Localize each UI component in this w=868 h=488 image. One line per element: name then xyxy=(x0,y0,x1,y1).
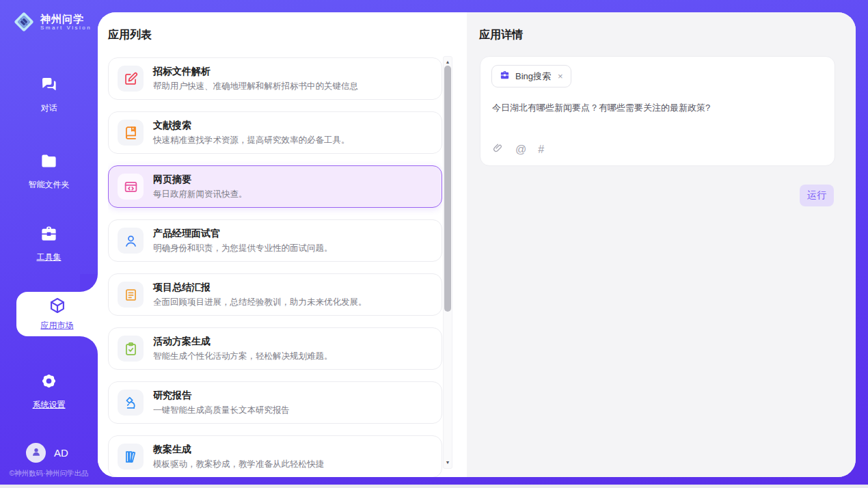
app-card-web-summary-selected[interactable]: 网页摘要 每日政府新闻资讯快查。 xyxy=(108,165,442,208)
active-tab-curve-top xyxy=(80,274,98,292)
sidebar: 神州问学 Smart Vision 对话 智能文件夹 工具集 应用市场 系统设置 xyxy=(0,0,98,485)
app-card-title: 教案生成 xyxy=(153,444,324,456)
app-detail-title: 应用详情 xyxy=(479,28,523,42)
user-initials: AD xyxy=(54,447,68,459)
sidebar-item-chat[interactable]: 对话 xyxy=(0,75,98,114)
folder-icon xyxy=(40,152,58,173)
tool-tag-label: Bing搜索 xyxy=(515,70,551,83)
app-card-description: 快速精准查找学术资源，提高研究效率的必备工具。 xyxy=(153,135,350,146)
sidebar-item-label: 工具集 xyxy=(37,252,62,263)
toolbox-icon xyxy=(40,224,58,245)
app-card-bid-document-parsing[interactable]: 招标文件解析 帮助用户快速、准确地理解和解析招标书中的关键信息 xyxy=(108,57,442,100)
query-text-input[interactable]: 今日湖北有哪些新闻要点？有哪些需要关注的最新政策? xyxy=(492,102,820,114)
cube-icon xyxy=(49,297,66,317)
sidebar-item-toolset[interactable]: 工具集 xyxy=(0,224,98,263)
app-window: 神州问学 Smart Vision 对话 智能文件夹 工具集 应用市场 系统设置 xyxy=(0,0,868,488)
sidebar-item-label: 系统设置 xyxy=(33,399,66,411)
app-card-project-summary[interactable]: 项目总结汇报 全面回顾项目进展，总结经验教训，助力未来优化发展。 xyxy=(108,273,442,316)
book-icon xyxy=(118,120,144,146)
app-card-pm-interviewer[interactable]: 产品经理面试官 明确身份和职责，为您提供专业性的面试问题。 xyxy=(108,219,442,262)
gear-icon xyxy=(40,372,58,393)
sidebar-item-label: 智能文件夹 xyxy=(29,179,70,191)
app-card-description: 帮助用户快速、准确地理解和解析招标书中的关键信息 xyxy=(153,81,358,92)
scroll-down-button[interactable]: ▼ xyxy=(444,459,452,467)
report-note-icon xyxy=(118,282,144,308)
browser-code-icon xyxy=(118,174,144,200)
app-card-literature-search[interactable]: 文献搜索 快速精准查找学术资源，提高研究效率的必备工具。 xyxy=(108,111,442,154)
sidebar-item-label: 应用市场 xyxy=(41,320,74,331)
app-list-title: 应用列表 xyxy=(108,28,152,42)
avatar xyxy=(26,443,46,463)
app-detail-panel: 应用详情 Bing搜索 × 今日湖北有哪些新闻要点？有哪些需要关注的最新政策? … xyxy=(467,12,856,477)
close-icon[interactable]: × xyxy=(556,72,563,81)
tool-tag-bing-search[interactable]: Bing搜索 × xyxy=(491,65,571,87)
app-card-description: 全面回顾项目进展，总结经验教训，助力未来优化发展。 xyxy=(153,297,367,308)
interviewer-icon xyxy=(118,228,144,254)
hash-tag-icon[interactable]: # xyxy=(538,144,544,156)
diamond-logo-icon xyxy=(12,10,36,33)
app-card-title: 产品经理面试官 xyxy=(153,228,333,240)
app-card-title: 活动方案生成 xyxy=(153,336,333,348)
app-list-panel: 应用列表 招标文件解析 帮助用户快速、准确地理解和解析招标书中的关键信息 文献搜… xyxy=(98,12,467,477)
paperclip-icon[interactable] xyxy=(492,142,504,157)
app-card-title: 项目总结汇报 xyxy=(153,282,367,294)
scroll-thumb[interactable] xyxy=(444,66,451,312)
clipboard-check-icon xyxy=(118,336,144,362)
app-card-title: 文献搜索 xyxy=(153,120,350,132)
prompt-card: Bing搜索 × 今日湖北有哪些新闻要点？有哪些需要关注的最新政策? @ # xyxy=(480,56,835,166)
input-toolbar: @ # xyxy=(492,142,544,157)
page-bottom-edge xyxy=(0,485,868,488)
briefcase-icon xyxy=(500,70,510,83)
app-card-description: 每日政府新闻资讯快查。 xyxy=(153,189,247,200)
app-card-title: 网页摘要 xyxy=(153,174,247,186)
sidebar-item-app-market[interactable]: 应用市场 xyxy=(16,292,98,336)
sidebar-item-smart-folders[interactable]: 智能文件夹 xyxy=(0,152,98,191)
app-card-list: 招标文件解析 帮助用户快速、准确地理解和解析招标书中的关键信息 文献搜索 快速精… xyxy=(108,57,442,477)
active-tab-curve-bottom xyxy=(80,336,98,354)
app-card-description: 明确身份和职责，为您提供专业性的面试问题。 xyxy=(153,243,333,254)
brand-name: 神州问学 xyxy=(40,13,92,25)
run-button[interactable]: 运行 xyxy=(800,185,834,206)
brand-logo: 神州问学 Smart Vision xyxy=(12,10,92,33)
microscope-icon xyxy=(118,390,144,416)
copyright-text: ©神州数码·神州问学出品 xyxy=(0,469,98,478)
app-card-title: 招标文件解析 xyxy=(153,66,358,78)
app-card-description: 模板驱动，教案秒成，教学准备从此轻松快捷 xyxy=(153,459,324,470)
app-card-research-report[interactable]: 研究报告 一键智能生成高质量长文本研究报告 xyxy=(108,381,442,424)
app-card-title: 研究报告 xyxy=(153,390,290,402)
brand-text: 神州问学 Smart Vision xyxy=(40,13,92,31)
main-content: 应用列表 招标文件解析 帮助用户快速、准确地理解和解析招标书中的关键信息 文献搜… xyxy=(98,12,856,477)
app-card-event-plan[interactable]: 活动方案生成 智能生成个性化活动方案，轻松解决规划难题。 xyxy=(108,327,442,370)
scrollbar[interactable]: ▲ ▼ xyxy=(443,56,452,469)
sidebar-item-settings[interactable]: 系统设置 xyxy=(0,372,98,411)
app-card-description: 智能生成个性化活动方案，轻松解决规划难题。 xyxy=(153,351,333,362)
app-card-description: 一键智能生成高质量长文本研究报告 xyxy=(153,405,290,416)
at-mention-icon[interactable]: @ xyxy=(515,144,526,156)
edit-document-icon xyxy=(118,66,144,92)
chat-icon xyxy=(40,75,58,96)
app-card-lesson-plan[interactable]: 教案生成 模板驱动，教案秒成，教学准备从此轻松快捷 xyxy=(108,435,442,477)
brand-tagline: Smart Vision xyxy=(40,25,92,31)
person-icon xyxy=(31,446,42,460)
books-icon xyxy=(118,444,144,470)
user-account[interactable]: AD xyxy=(26,443,68,463)
sidebar-item-label: 对话 xyxy=(41,103,57,114)
